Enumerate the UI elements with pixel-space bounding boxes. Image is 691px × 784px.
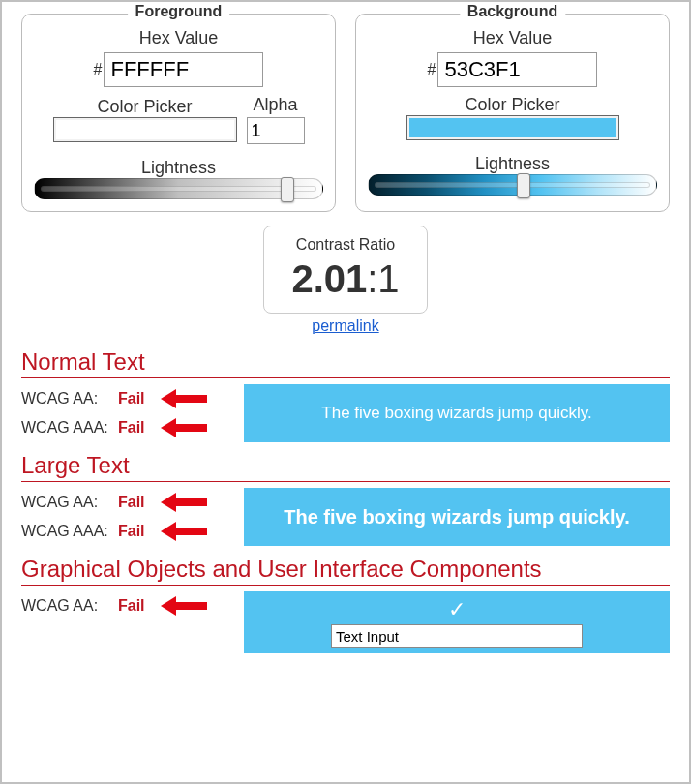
bg-hex-label: Hex Value: [368, 28, 657, 48]
normal-aa-status: Fail: [118, 390, 155, 407]
normal-criteria: WCAG AA: Fail WCAG AAA: Fail: [21, 384, 244, 442]
large-aa-status: Fail: [118, 494, 155, 511]
contrast-ratio-box: Contrast Ratio 2.01:1: [263, 226, 428, 314]
normal-aaa-label: WCAG AAA:: [21, 419, 118, 437]
arrow-left-icon: [161, 389, 207, 408]
fg-color-picker-label: Color Picker: [53, 97, 237, 117]
slider-groove: [41, 186, 316, 192]
slider-thumb[interactable]: [517, 173, 530, 198]
ui-aa-label: WCAG AA:: [21, 597, 118, 615]
demo-text-input[interactable]: [331, 624, 583, 648]
large-aaa-status: Fail: [118, 523, 155, 540]
contrast-ratio-value: 2.01:1: [272, 257, 419, 301]
fg-lightness-label: Lightness: [34, 158, 323, 178]
slider-thumb[interactable]: [281, 177, 294, 202]
large-sample: The five boxing wizards jump quickly.: [244, 488, 670, 546]
check-icon: ✓: [448, 597, 466, 622]
fg-hex-input[interactable]: [104, 52, 263, 87]
fg-alpha-input[interactable]: [247, 117, 305, 144]
bg-color-swatch[interactable]: [406, 115, 619, 140]
arrow-left-icon: [161, 493, 207, 512]
arrow-left-icon: [161, 596, 207, 616]
contrast-ratio-label: Contrast Ratio: [272, 236, 419, 254]
background-panel: Background Hex Value # Color Picker Ligh…: [355, 14, 670, 212]
normal-aaa-status: Fail: [118, 419, 155, 437]
slider-groove: [375, 182, 650, 188]
bg-lightness-slider[interactable]: [368, 174, 657, 196]
section-large-title: Large Text: [21, 452, 670, 482]
normal-aa-label: WCAG AA:: [21, 390, 118, 407]
fg-hex-label: Hex Value: [34, 28, 323, 48]
bg-lightness-label: Lightness: [368, 154, 657, 174]
section-normal-title: Normal Text: [21, 348, 670, 378]
ui-criteria: WCAG AA: Fail: [21, 591, 244, 653]
hash-icon: #: [94, 61, 103, 78]
hash-icon: #: [428, 61, 436, 78]
large-aa-label: WCAG AA:: [21, 494, 118, 511]
large-criteria: WCAG AA: Fail WCAG AAA: Fail: [21, 488, 244, 546]
bg-color-picker-label: Color Picker: [406, 95, 619, 115]
foreground-title: Foreground: [128, 3, 230, 20]
section-ui-title: Graphical Objects and User Interface Com…: [21, 556, 670, 586]
fg-lightness-slider[interactable]: [34, 178, 323, 199]
permalink-link[interactable]: permalink: [312, 317, 378, 334]
bg-hex-input[interactable]: [437, 52, 597, 87]
background-title: Background: [460, 3, 565, 20]
fg-alpha-label: Alpha: [247, 95, 305, 115]
fg-color-swatch[interactable]: [53, 117, 237, 142]
ui-sample: ✓: [244, 591, 670, 653]
normal-sample: The five boxing wizards jump quickly.: [244, 384, 670, 442]
foreground-panel: Foreground Hex Value # Color Picker Alph…: [21, 14, 336, 212]
arrow-left-icon: [161, 522, 207, 541]
ui-aa-status: Fail: [118, 597, 155, 615]
arrow-left-icon: [161, 418, 207, 437]
large-aaa-label: WCAG AAA:: [21, 523, 118, 540]
